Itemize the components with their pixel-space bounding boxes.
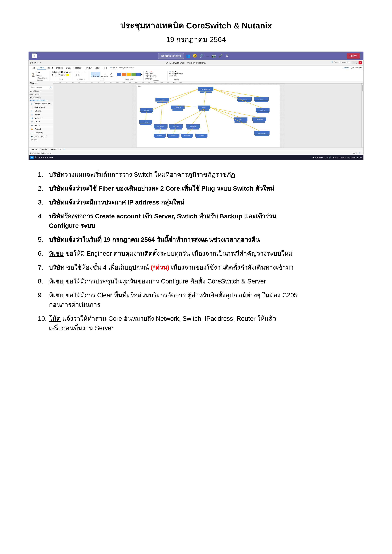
tab-insert[interactable]: Insert (46, 66, 55, 69)
align-left-button[interactable]: ≡ (75, 71, 77, 73)
share-label[interactable]: ↗ Share (342, 67, 349, 69)
underline-button[interactable]: U (58, 74, 61, 76)
comments-label[interactable]: 💬 Comments (351, 67, 362, 69)
mic-icon[interactable]: 🎤 (218, 54, 223, 58)
indent-less-button[interactable]: ◁ (75, 74, 77, 76)
minimize-button[interactable]: ─ (352, 61, 355, 64)
svg-text:หน่วยย่อย2: หน่วยย่อย2 (171, 135, 176, 136)
font-shrink-icon[interactable]: A↓ (69, 71, 71, 73)
shapes-search-input[interactable] (30, 86, 49, 89)
request-control-button[interactable]: Request control (158, 53, 184, 59)
start-button[interactable]: ⊞ (30, 156, 34, 159)
change-shape-button[interactable]: ⧉ Change Shape ▾ (169, 73, 182, 75)
tab-design[interactable]: Design (55, 66, 64, 69)
title-area: ประชุมทางเทคนิค CoreSwitch & Nutanix 19 … (28, 19, 364, 45)
redo-icon[interactable]: ↪ (37, 62, 39, 64)
tab-url-n2[interactable]: URL-N2 (40, 148, 48, 151)
canvas-area[interactable]: 0 10 20 30 40 50 60 70 80 90 100 110 120… (53, 81, 363, 147)
more-options-icon[interactable]: ··· (206, 54, 209, 58)
tab-process[interactable]: Process (72, 66, 83, 69)
vertical-scrollbar[interactable] (361, 84, 363, 147)
leave-button[interactable]: Leave (347, 53, 360, 59)
italic-button[interactable]: I (55, 74, 57, 76)
bold-button[interactable]: B (52, 74, 54, 76)
shape-ring-network[interactable]: ○ Ring network (29, 105, 53, 109)
shape-mainframe[interactable]: 🖥 Mainframe (29, 116, 53, 120)
people-icon[interactable]: 👥 (186, 54, 190, 58)
align-center-button[interactable]: ≡ (78, 71, 80, 73)
align-right-button[interactable]: ≡ (81, 71, 83, 73)
font-color-icon[interactable]: A▾ (64, 74, 66, 76)
indent-more-button[interactable]: ▷ (78, 74, 80, 76)
font-family-select[interactable]: Calibri (52, 71, 60, 73)
camera-icon[interactable]: 📷 (211, 54, 216, 58)
justify-button[interactable]: ≡ (84, 71, 86, 73)
send-back-button[interactable]: ▼ Send to Back (145, 76, 156, 78)
tab-add-button[interactable]: ⊕ (62, 148, 66, 151)
text-tool-button[interactable]: A Text (109, 72, 113, 77)
shape-wireless[interactable]: 📡 Wireless access point (29, 102, 53, 105)
tab-help[interactable]: Help (101, 66, 109, 69)
save-icon[interactable]: 💾 (30, 62, 33, 64)
style-orange-button[interactable] (122, 73, 126, 76)
paste-button[interactable]: 📋 Paste (30, 72, 35, 78)
find-button[interactable]: 🔍 Find ▾ (169, 71, 182, 72)
pointer-tool-button[interactable]: ↖ Pointer Tool (91, 72, 100, 77)
style-yellow-button[interactable] (126, 73, 131, 76)
format-painter-button[interactable]: 🖌Format Painter (36, 77, 48, 79)
undo-icon[interactable]: ↩ (34, 62, 36, 64)
tab-url-n1[interactable]: URL-N1 (30, 148, 39, 151)
style-blue-button[interactable] (117, 73, 121, 76)
shape-server[interactable]: ▬ Server (29, 113, 53, 116)
emoji-icon[interactable]: 🙂 (193, 54, 197, 58)
paragraph-group: ≡ ≡ ≡ ≡ ◁ ▷ ↕ Paragraph (75, 71, 89, 80)
copy-button[interactable]: ⧉Copy (36, 74, 48, 77)
connector-tool-button[interactable]: ⤷ Connector (101, 72, 108, 77)
bring-front-button[interactable]: ▲ Bring to Front (145, 74, 156, 76)
tab-data[interactable]: Data (65, 66, 72, 69)
shape-router[interactable]: ⬡ Router (29, 120, 53, 124)
more-styles-button[interactable]: ▾ (141, 73, 142, 76)
shape-super-computer[interactable]: 💻 Super computer (29, 134, 53, 138)
svg-text:180: 180 (167, 82, 169, 83)
tab-view[interactable]: View (93, 66, 101, 69)
close-button[interactable]: ✕ (358, 61, 362, 64)
shape-firewall[interactable]: 🔥 Firewall (29, 127, 53, 131)
position-button[interactable]: 📍Position (149, 71, 153, 74)
font-size-select[interactable]: 12 (60, 71, 66, 73)
tab-file[interactable]: File (30, 66, 37, 69)
maximize-button[interactable]: □ (355, 61, 358, 64)
share-icon[interactable]: 🔗 (199, 54, 204, 58)
tab-all[interactable]: All (58, 148, 62, 151)
tab-home[interactable]: Home (37, 66, 46, 70)
item-10-content: โน้ต แจ้งว่าให้ทำส่วน Core อันหมายถึง Ne… (49, 314, 364, 333)
tab-url-n3[interactable]: URL-N3 (49, 148, 57, 151)
strikethrough-icon[interactable]: ab (61, 74, 63, 76)
network-shapes-header[interactable]: Network and Periph... (29, 99, 53, 102)
highlight-color-icon[interactable]: A▾ (66, 74, 69, 76)
svg-text:110: 110 (123, 82, 125, 83)
tell-me-input[interactable]: 🔍 Tell me what you want to do (110, 67, 134, 69)
more-shapes-header[interactable]: More Shapes ▾ (29, 90, 53, 93)
line-spacing-icon[interactable]: ↕ (81, 74, 82, 76)
align-row: ≡ ≡ ≡ ≡ (75, 71, 86, 73)
zoom-in-icon[interactable]: 🔍+ (358, 152, 362, 154)
shape-comm-link[interactable]: — Comm-link (29, 131, 53, 134)
screen-icon[interactable]: 🖥 (225, 54, 229, 58)
font-grow-icon[interactable]: A↑ (66, 71, 69, 73)
cut-button[interactable]: ✂Cut (36, 71, 48, 73)
tab-review[interactable]: Review (83, 66, 93, 69)
group-button[interactable]: ⊞ Group ▾ (145, 78, 156, 80)
more-quick-icon[interactable]: ▾ (40, 62, 41, 64)
align-button[interactable]: ⊞Align (145, 71, 148, 74)
font-row1: Calibri 12 A↑ A↓ (52, 71, 71, 73)
scrollbar-thumb[interactable] (362, 85, 363, 91)
shape-switch[interactable]: ⊟ Switch (29, 124, 53, 127)
search-bar[interactable]: 🔍 Sanoch Insoomghan (331, 61, 350, 64)
select-button[interactable]: ↖ Select ▾ (169, 75, 182, 77)
shape-ethernet[interactable]: ≡ Ethernet (29, 109, 53, 113)
style-green-button[interactable] (131, 73, 136, 76)
style-blue2-button[interactable] (136, 73, 141, 76)
arrow-shapes-header[interactable]: Arrow Shapes (29, 96, 53, 99)
basic-shapes-header[interactable]: Basic Shapes (29, 93, 53, 96)
